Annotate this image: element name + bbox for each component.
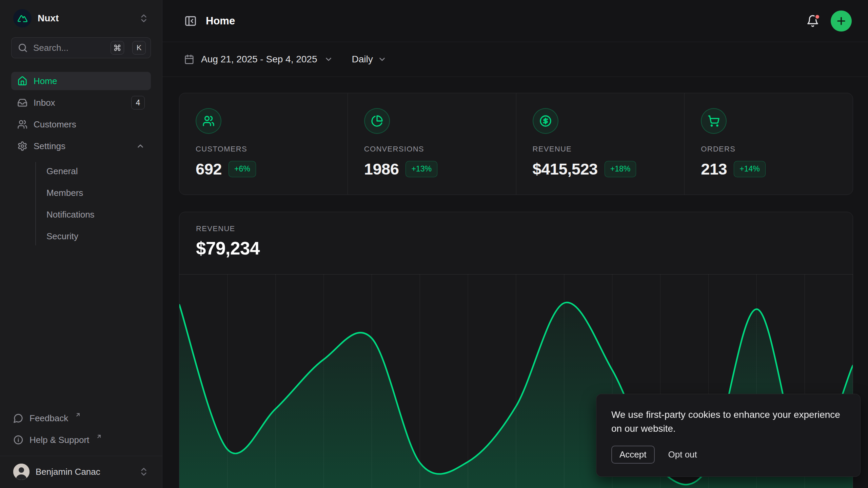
stat-value: 213	[701, 160, 727, 178]
dollar-circle-icon	[533, 108, 558, 134]
sidebar-footer: Feedback Help & Support	[11, 410, 151, 456]
search-input[interactable]	[33, 43, 105, 53]
stat-orders[interactable]: ORDERS 213 +14%	[684, 93, 853, 195]
page-header: Home	[162, 0, 868, 42]
sidebar-item-general[interactable]: General	[46, 162, 151, 180]
external-link-icon	[96, 433, 102, 440]
stat-delta-badge: +13%	[406, 161, 437, 177]
nuxt-logo-icon	[13, 9, 32, 27]
users-icon	[17, 119, 27, 129]
page-title: Home	[206, 15, 235, 27]
revenue-chart-label: REVENUE	[196, 224, 836, 233]
add-button[interactable]	[831, 11, 852, 32]
avatar	[13, 464, 29, 480]
chevron-up-icon	[136, 142, 145, 150]
sidebar-nav: Home Inbox 4 Customers Settings	[11, 72, 151, 245]
stat-delta-badge: +6%	[229, 161, 256, 177]
filter-bar: Aug 21, 2025 - Sep 4, 2025 Daily	[162, 42, 868, 77]
sidebar-item-label: Settings	[34, 141, 65, 151]
k-key: K	[132, 41, 146, 55]
stat-revenue[interactable]: REVENUE $415,523 +18%	[516, 93, 685, 195]
stat-value: $415,523	[533, 160, 598, 178]
revenue-chart-total: $79,234	[196, 238, 836, 259]
search-icon	[18, 43, 28, 53]
workspace-switcher[interactable]: Nuxt	[11, 8, 151, 28]
help-support-label: Help & Support	[29, 435, 89, 445]
chevrons-up-down-icon	[139, 13, 149, 23]
settings-subtree: General Members Notifications Security	[35, 162, 151, 245]
sidebar-item-label: Home	[34, 76, 57, 86]
chevrons-up-down-icon	[139, 467, 149, 477]
chevron-down-icon	[324, 55, 333, 64]
accept-cookies-button[interactable]: Accept	[611, 446, 655, 464]
cookie-banner: We use first-party cookies to enhance yo…	[596, 394, 861, 477]
calendar-icon	[184, 54, 194, 64]
stats-card: CUSTOMERS 692 +6% CONVERSIONS 1986 +13%	[179, 93, 853, 195]
sidebar-item-home[interactable]: Home	[11, 72, 151, 90]
date-range-value: Aug 21, 2025 - Sep 4, 2025	[201, 54, 317, 65]
stat-label: ORDERS	[701, 145, 836, 154]
notifications-button[interactable]	[806, 15, 819, 27]
sidebar-item-notifications[interactable]: Notifications	[46, 205, 151, 224]
granularity-value: Daily	[352, 54, 373, 65]
user-name: Benjamin Canac	[36, 467, 100, 477]
info-circle-icon	[13, 435, 23, 445]
gear-icon	[17, 141, 27, 151]
feedback-link[interactable]: Feedback	[11, 410, 151, 428]
chevron-down-icon	[378, 55, 387, 64]
inbox-icon	[17, 98, 27, 108]
users-icon	[196, 108, 221, 134]
sidebar-item-label: Inbox	[34, 98, 55, 108]
home-icon	[17, 76, 27, 86]
cookie-message: We use first-party cookies to enhance yo…	[611, 408, 845, 435]
notification-dot	[814, 14, 820, 20]
stat-delta-badge: +14%	[734, 161, 765, 177]
stat-value: 692	[196, 160, 222, 178]
stat-label: REVENUE	[533, 145, 668, 154]
granularity-select[interactable]: Daily	[352, 54, 387, 65]
stat-value: 1986	[364, 160, 399, 178]
stat-label: CONVERSIONS	[364, 145, 500, 154]
sidebar: Nuxt K Home	[0, 0, 162, 488]
sidebar-item-settings[interactable]: Settings	[11, 137, 151, 155]
date-range-picker[interactable]: Aug 21, 2025 - Sep 4, 2025	[184, 54, 333, 65]
inbox-count-badge: 4	[131, 96, 145, 109]
pie-chart-icon	[364, 108, 390, 134]
sidebar-item-label: Customers	[34, 119, 76, 130]
brand-name: Nuxt	[38, 13, 59, 24]
shopping-cart-icon	[701, 108, 727, 134]
stat-label: CUSTOMERS	[196, 145, 331, 154]
sidebar-item-security[interactable]: Security	[46, 227, 151, 245]
opt-out-button[interactable]: Opt out	[668, 449, 697, 460]
external-link-icon	[75, 412, 81, 418]
feedback-label: Feedback	[29, 413, 68, 424]
command-key	[111, 41, 124, 55]
search-bar[interactable]: K	[11, 37, 151, 58]
help-support-link[interactable]: Help & Support	[11, 431, 151, 450]
sidebar-item-customers[interactable]: Customers	[11, 115, 151, 134]
collapse-sidebar-button[interactable]	[184, 15, 197, 27]
stat-conversions[interactable]: CONVERSIONS 1986 +13%	[348, 93, 516, 195]
stat-customers[interactable]: CUSTOMERS 692 +6%	[179, 93, 348, 195]
sidebar-item-inbox[interactable]: Inbox 4	[11, 94, 151, 112]
sidebar-item-members[interactable]: Members	[46, 184, 151, 202]
message-bubble-icon	[13, 413, 23, 423]
user-menu[interactable]: Benjamin Canac	[0, 456, 162, 488]
stat-delta-badge: +18%	[605, 161, 636, 177]
